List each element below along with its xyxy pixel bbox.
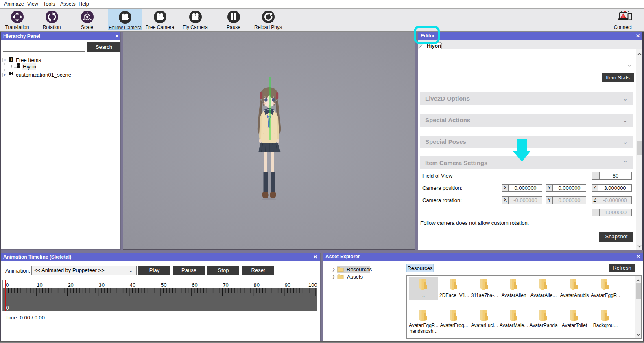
svg-text:i: i [11, 57, 12, 62]
svg-text:0: 0 [6, 305, 9, 311]
svg-text:Hiyori: Hiyori [427, 43, 441, 49]
svg-text:20: 20 [68, 282, 73, 288]
svg-text:30: 30 [99, 282, 105, 288]
svg-text:100: 100 [308, 282, 317, 288]
svg-text:10: 10 [37, 282, 42, 288]
svg-text:70: 70 [223, 282, 228, 288]
svg-text:60: 60 [192, 282, 197, 288]
svg-text:90: 90 [285, 282, 290, 288]
svg-text:80: 80 [254, 282, 260, 288]
svg-text:50: 50 [161, 282, 166, 288]
svg-text:0: 0 [6, 282, 9, 288]
svg-text:!: ! [622, 15, 624, 18]
svg-text:40: 40 [130, 282, 135, 288]
